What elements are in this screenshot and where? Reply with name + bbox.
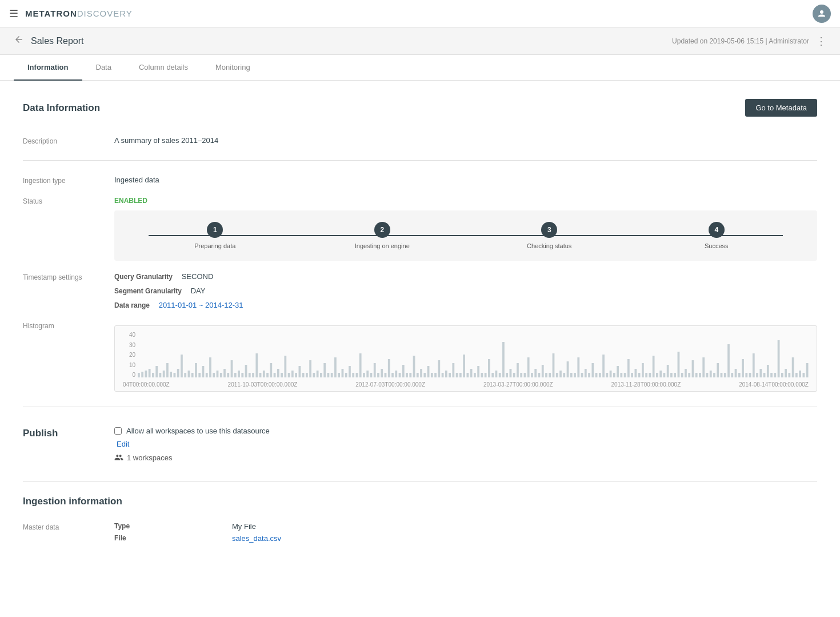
workspaces-count: 1 workspaces bbox=[127, 453, 172, 462]
svg-rect-32 bbox=[249, 373, 251, 377]
histogram-chart-area: 40 30 20 10 0 bbox=[122, 332, 810, 379]
svg-rect-11 bbox=[174, 373, 176, 377]
svg-rect-91 bbox=[459, 373, 462, 377]
svg-rect-153 bbox=[681, 373, 683, 377]
user-avatar[interactable] bbox=[813, 5, 831, 23]
menu-icon[interactable]: ☰ bbox=[9, 7, 18, 20]
svg-rect-125 bbox=[581, 373, 583, 377]
svg-rect-36 bbox=[263, 371, 265, 377]
svg-rect-85 bbox=[438, 360, 440, 377]
svg-rect-106 bbox=[513, 373, 515, 377]
file-label: File bbox=[114, 534, 229, 543]
svg-rect-48 bbox=[306, 373, 308, 377]
tab-information[interactable]: Information bbox=[14, 55, 82, 81]
svg-rect-62 bbox=[356, 373, 358, 377]
svg-rect-12 bbox=[177, 369, 179, 377]
type-row: Type My File bbox=[114, 522, 817, 531]
svg-rect-164 bbox=[721, 373, 723, 377]
svg-rect-89 bbox=[452, 363, 454, 377]
svg-rect-2 bbox=[141, 372, 143, 377]
svg-rect-74 bbox=[399, 373, 401, 377]
timestamp-row: Timestamp settings Query Granularity SEC… bbox=[23, 266, 817, 315]
svg-rect-179 bbox=[774, 373, 776, 377]
tabs-bar: Information Data Column details Monitori… bbox=[0, 55, 840, 81]
svg-rect-69 bbox=[381, 369, 383, 377]
svg-rect-133 bbox=[610, 371, 612, 377]
svg-rect-123 bbox=[574, 373, 576, 377]
svg-rect-95 bbox=[474, 373, 476, 377]
svg-rect-109 bbox=[524, 373, 526, 377]
svg-rect-144 bbox=[649, 373, 651, 377]
svg-rect-141 bbox=[638, 373, 641, 377]
more-options-icon[interactable]: ⋮ bbox=[816, 35, 826, 47]
step-label-1: Preparing data bbox=[194, 242, 235, 249]
edit-link[interactable]: Edit bbox=[117, 440, 129, 448]
allow-workspaces-checkbox[interactable] bbox=[114, 427, 122, 435]
svg-rect-47 bbox=[302, 373, 305, 377]
y-label-30: 30 bbox=[122, 342, 135, 348]
svg-rect-31 bbox=[245, 365, 247, 377]
svg-rect-187 bbox=[802, 373, 805, 377]
svg-rect-6 bbox=[155, 366, 158, 377]
svg-rect-143 bbox=[645, 373, 647, 377]
go-to-metadata-button[interactable]: Go to Metadata bbox=[745, 99, 817, 117]
svg-rect-111 bbox=[531, 373, 533, 377]
data-range-row: Data range 2011-01-01 ~ 2014-12-31 bbox=[114, 301, 817, 309]
query-granularity-label: Query Granularity bbox=[114, 273, 173, 281]
svg-rect-23 bbox=[217, 371, 219, 377]
svg-rect-30 bbox=[241, 373, 243, 377]
ingestion-type-value: Ingested data bbox=[114, 176, 817, 185]
histogram-row: Histogram 40 30 20 10 0 bbox=[23, 315, 817, 397]
svg-rect-57 bbox=[338, 373, 340, 377]
svg-rect-39 bbox=[274, 373, 276, 377]
svg-rect-114 bbox=[542, 365, 544, 377]
svg-rect-121 bbox=[567, 361, 569, 377]
svg-rect-87 bbox=[445, 371, 447, 377]
svg-rect-176 bbox=[763, 373, 766, 377]
svg-rect-112 bbox=[534, 369, 537, 377]
svg-rect-127 bbox=[588, 373, 590, 377]
svg-rect-13 bbox=[181, 355, 183, 377]
workspaces-row: 1 workspaces bbox=[114, 453, 817, 462]
titlebar: Sales Report Updated on 2019-05-06 15:15… bbox=[0, 27, 840, 55]
master-data-row: Master data Type My File File sales_data… bbox=[23, 516, 817, 548]
svg-rect-4 bbox=[149, 369, 151, 377]
svg-rect-53 bbox=[323, 363, 326, 377]
svg-rect-70 bbox=[385, 373, 387, 377]
svg-rect-41 bbox=[281, 373, 283, 377]
pipeline-step-4: 4 Success bbox=[633, 222, 801, 249]
svg-rect-149 bbox=[667, 365, 669, 377]
query-granularity-value: SECOND bbox=[182, 272, 214, 281]
svg-rect-76 bbox=[406, 373, 408, 377]
back-button[interactable] bbox=[14, 34, 24, 47]
svg-rect-18 bbox=[198, 373, 201, 377]
histogram-x-axis: 04T00:00:00.000Z 2011-10-03T00:00:00.000… bbox=[122, 381, 810, 388]
allow-workspaces-row: Allow all workspaces to use this datasou… bbox=[114, 427, 817, 435]
tab-monitoring[interactable]: Monitoring bbox=[202, 55, 264, 81]
edit-link-row: Edit bbox=[115, 440, 817, 448]
svg-rect-78 bbox=[413, 356, 415, 377]
svg-rect-5 bbox=[152, 373, 154, 377]
svg-rect-110 bbox=[527, 357, 530, 377]
svg-rect-28 bbox=[234, 373, 237, 377]
svg-rect-120 bbox=[563, 373, 565, 377]
svg-rect-113 bbox=[538, 373, 541, 377]
svg-rect-173 bbox=[753, 353, 755, 377]
svg-rect-37 bbox=[266, 373, 269, 377]
svg-rect-170 bbox=[742, 359, 744, 377]
svg-rect-1 bbox=[138, 373, 140, 377]
svg-rect-107 bbox=[517, 363, 519, 377]
description-label: Description bbox=[23, 136, 114, 145]
description-value: A summary of sales 2011–2014 bbox=[114, 136, 817, 145]
svg-rect-102 bbox=[499, 373, 501, 377]
x-label-2: 2012-07-03T00:00:00.000Z bbox=[355, 381, 425, 388]
tab-data[interactable]: Data bbox=[82, 55, 125, 81]
type-label: Type bbox=[114, 522, 229, 531]
svg-rect-79 bbox=[417, 373, 419, 377]
svg-rect-128 bbox=[591, 363, 594, 377]
svg-rect-50 bbox=[313, 373, 315, 377]
step-label-4: Success bbox=[705, 242, 729, 249]
svg-rect-171 bbox=[745, 373, 747, 377]
svg-rect-157 bbox=[695, 373, 698, 377]
tab-column-details[interactable]: Column details bbox=[125, 55, 202, 81]
